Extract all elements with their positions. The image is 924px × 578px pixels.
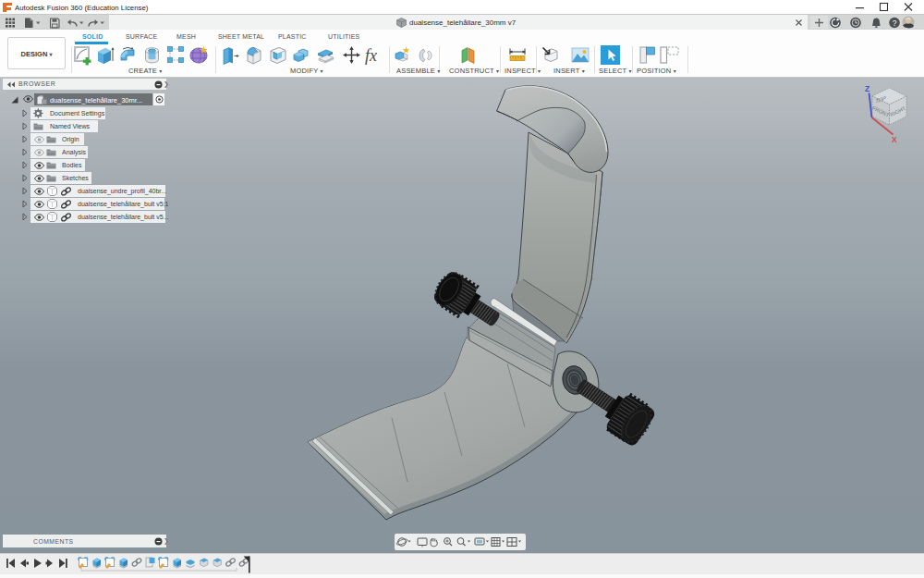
svg-text:Z: Z xyxy=(865,84,869,93)
svg-text:X: X xyxy=(892,135,897,144)
